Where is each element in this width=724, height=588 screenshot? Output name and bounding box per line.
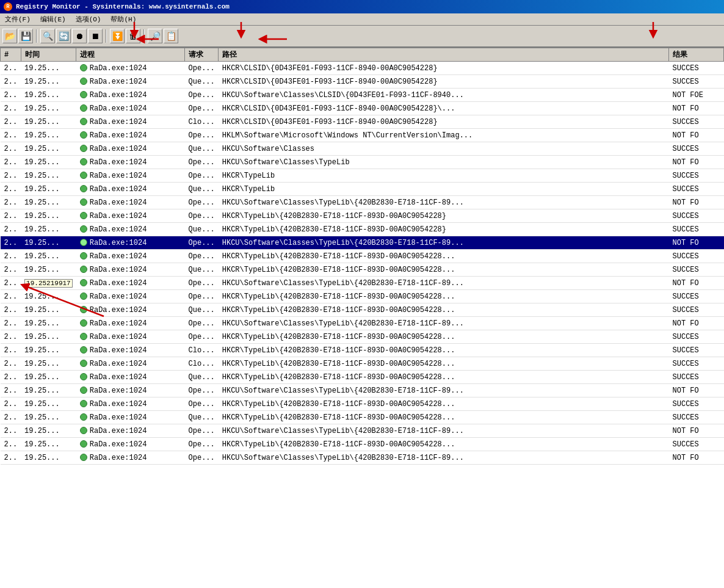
cell-num: 2.. (1, 357, 21, 371)
toolbar-clear[interactable]: 🗑 (126, 29, 140, 43)
toolbar-find[interactable]: 🔍 (40, 29, 55, 43)
table-row[interactable]: 2..19.25...RaDa.exe:1024Ope...HKCR\TypeL… (1, 290, 724, 303)
cell-path: HKCR\TypeLib\{420B2830-E718-11CF-893D-00… (219, 344, 669, 357)
table-row[interactable]: 2..19.25...RaDa.exe:1024Que...HKCR\TypeL… (1, 371, 724, 384)
cell-path: HKCU\Software\Classes\CLSID\{0D43FE01-F0… (219, 89, 669, 102)
table-row[interactable]: 2..19.25...RaDa.exe:1024Ope...HKLM\Softw… (1, 129, 724, 142)
cell-request: Ope... (185, 290, 219, 303)
cell-result: NOT FO (669, 129, 724, 142)
table-row[interactable]: 2..19.25...RaDa.exe:1024Ope...HKCU\Softw… (1, 384, 724, 397)
cell-process: RaDa.exe:1024 (76, 290, 185, 303)
table-row[interactable]: 2..19.25...RaDa.exe:1024Ope...HKCU\Softw… (1, 89, 724, 102)
table-row[interactable]: 2..19.25...RaDa.exe:1024Ope...HKCR\CLSID… (1, 62, 724, 75)
table-row[interactable]: 2..19.25...RaDa.exe:1024Que...HKCR\TypeL… (1, 263, 724, 277)
toolbar-autoscroll[interactable]: ⏬ (110, 29, 125, 43)
col-header-request[interactable]: 请求 (185, 48, 219, 62)
toolbar-highlight[interactable]: 📋 (164, 29, 178, 43)
window-title: Registry Monitor - Sysinternals: www.sys… (16, 3, 230, 10)
cell-time: 19.25... (21, 236, 76, 250)
process-icon (80, 266, 87, 273)
col-header-result[interactable]: 结果 (669, 48, 724, 62)
cell-path: HKCU\Software\Classes\TypeLib\{420B2830-… (219, 236, 669, 250)
table-row[interactable]: 2..19.25...RaDa.exe:1024Clo...HKCR\TypeL… (1, 357, 724, 371)
table-row[interactable]: 2..19.25...RaDa.exe:1024Clo...HKCR\TypeL… (1, 344, 724, 357)
table-row[interactable]: 2..19.25219917RaDa.exe:1024Ope...HKCU\So… (1, 277, 724, 290)
process-name: RaDa.exe:1024 (90, 387, 147, 395)
toolbar-refresh[interactable]: 🔄 (56, 29, 71, 43)
cell-result: SUCCES (669, 115, 724, 129)
cell-time: 19.25... (21, 263, 76, 277)
cell-request: Ope... (185, 102, 219, 115)
table-row[interactable]: 2..19.25...RaDa.exe:1024Que...HKCR\TypeL… (1, 183, 724, 196)
col-header-process[interactable]: 进程 (76, 48, 185, 62)
process-name: RaDa.exe:1024 (90, 78, 147, 86)
process-icon (80, 333, 87, 340)
col-header-time[interactable]: 时间 (21, 48, 76, 62)
process-icon (80, 292, 87, 300)
cell-path: HKCR\TypeLib\{420B2830-E718-11CF-893D-00… (219, 250, 669, 263)
table-row[interactable]: 2..19.25...RaDa.exe:1024Ope...HKCU\Softw… (1, 196, 724, 209)
process-icon (80, 440, 87, 448)
table-row[interactable]: 2..19.25...RaDa.exe:1024Que...HKCR\TypeL… (1, 223, 724, 236)
process-name: RaDa.exe:1024 (90, 279, 147, 288)
col-header-path[interactable]: 路径 (219, 48, 669, 62)
menu-edit[interactable]: 编辑(E) (38, 14, 68, 24)
cell-process: RaDa.exe:1024 (76, 424, 185, 438)
cell-result: SUCCES (669, 290, 724, 303)
table-row[interactable]: 2..19.25...RaDa.exe:1024Ope...HKCR\CLSID… (1, 102, 724, 115)
cell-num: 2.. (1, 156, 21, 169)
cell-result: SUCCES (669, 223, 724, 236)
cell-num: 2.. (1, 411, 21, 424)
cell-num: 2.. (1, 196, 21, 209)
cell-num: 2.. (1, 344, 21, 357)
cell-result: NOT FO (669, 451, 724, 465)
process-icon (80, 145, 87, 152)
cell-time: 19.25... (21, 451, 76, 465)
toolbar-filter[interactable]: 🔎 (148, 29, 162, 43)
table-row[interactable]: 2..19.25...RaDa.exe:1024Que...HKCR\TypeL… (1, 411, 724, 424)
cell-result: SUCCES (669, 250, 724, 263)
process-name: RaDa.exe:1024 (90, 252, 147, 261)
cell-request: Ope... (185, 424, 219, 438)
table-row[interactable]: 2..19.25...RaDa.exe:1024Ope...HKCR\TypeL… (1, 209, 724, 223)
table-body: 2..19.25...RaDa.exe:1024Ope...HKCR\CLSID… (1, 62, 724, 465)
cell-time: 19.25... (21, 129, 76, 142)
menu-file[interactable]: 文件(F) (2, 14, 33, 24)
table-row[interactable]: 2..19.25...RaDa.exe:1024Ope...HKCU\Softw… (1, 424, 724, 438)
process-icon (80, 239, 87, 246)
table-row[interactable]: 2..19.25...RaDa.exe:1024Ope...HKCR\TypeL… (1, 397, 724, 411)
toolbar-capture[interactable]: ⏺ (72, 29, 87, 43)
cell-num: 2.. (1, 102, 21, 115)
table-row[interactable]: 2..19.25...RaDa.exe:1024Ope...HKCR\TypeL… (1, 330, 724, 344)
cell-process: RaDa.exe:1024 (76, 411, 185, 424)
cell-process: RaDa.exe:1024 (76, 277, 185, 290)
cell-time: 19.25... (21, 438, 76, 451)
table-row[interactable]: 2..19.25...RaDa.exe:1024Ope...HKCU\Softw… (1, 317, 724, 330)
table-row[interactable]: 2..19.25...RaDa.exe:1024Ope...HKCR\TypeL… (1, 438, 724, 451)
table-row[interactable]: 2..19.25...RaDa.exe:1024Ope...HKCR\TypeL… (1, 169, 724, 183)
process-icon (80, 172, 87, 179)
table-row[interactable]: 2..19.25...RaDa.exe:1024Que...HKCR\TypeL… (1, 303, 724, 317)
cell-process: RaDa.exe:1024 (76, 397, 185, 411)
cell-process: RaDa.exe:1024 (76, 196, 185, 209)
cell-request: Ope... (185, 129, 219, 142)
table-row[interactable]: 2..19.25...RaDa.exe:1024Ope...HKCU\Softw… (1, 451, 724, 465)
cell-process: RaDa.exe:1024 (76, 183, 185, 196)
table-row[interactable]: 2..19.25...RaDa.exe:1024Clo...HKCR\CLSID… (1, 115, 724, 129)
toolbar-save[interactable]: 💾 (18, 29, 33, 43)
menu-help[interactable]: 帮助(H) (108, 14, 139, 24)
table-row[interactable]: 2..19.25...RaDa.exe:1024Ope...HKCU\Softw… (1, 156, 724, 169)
process-icon (80, 78, 87, 85)
table-row[interactable]: 2..19.25...RaDa.exe:1024Que...HKCU\Softw… (1, 142, 724, 156)
cell-time: 19.25... (21, 183, 76, 196)
menu-options[interactable]: 选项(O) (73, 14, 104, 24)
process-name: RaDa.exe:1024 (90, 185, 147, 194)
col-header-num[interactable]: # (1, 48, 21, 62)
table-row[interactable]: 2..19.25...RaDa.exe:1024Ope...HKCU\Softw… (1, 236, 724, 250)
table-row[interactable]: 2..19.25...RaDa.exe:1024Ope...HKCR\TypeL… (1, 250, 724, 263)
table-row[interactable]: 2..19.25...RaDa.exe:1024Que...HKCR\CLSID… (1, 75, 724, 89)
cell-process: RaDa.exe:1024 (76, 344, 185, 357)
toolbar-open[interactable]: 📂 (2, 29, 17, 43)
toolbar-stop[interactable]: ⏹ (88, 29, 103, 43)
cell-path: HKCR\CLSID\{0D43FE01-F093-11CF-8940-00A0… (219, 75, 669, 89)
